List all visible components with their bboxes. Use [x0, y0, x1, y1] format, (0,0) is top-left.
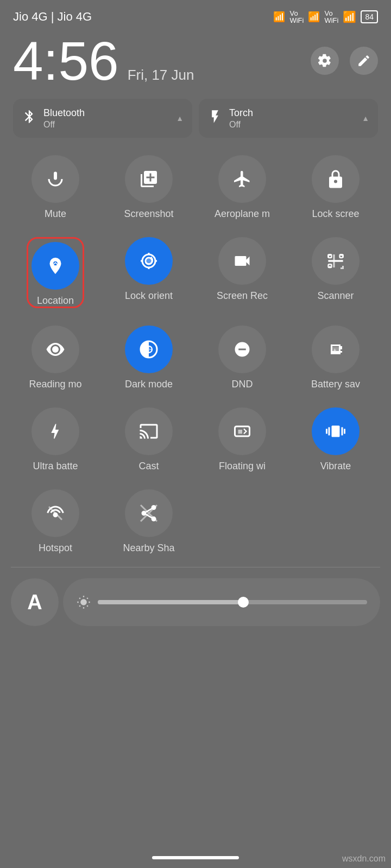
tiles-grid-row1: Mute Screenshot Aeroplane m Lock scree: [0, 146, 391, 228]
torch-icon: [207, 109, 223, 128]
battery-sav-label: Battery sav: [311, 379, 360, 390]
lockscreen-icon: [326, 169, 345, 189]
bluetooth-toggle[interactable]: Bluetooth Off ▲: [13, 99, 192, 138]
tile-nearby-sha[interactable]: Nearby Sha: [104, 481, 193, 563]
dark-mode-circle: [125, 326, 173, 373]
mute-circle: [31, 155, 79, 203]
edit-icon-btn[interactable]: [350, 47, 378, 75]
settings-icon-btn[interactable]: [311, 47, 339, 75]
lockscreen-label: Lock scree: [312, 208, 359, 220]
tile-scanner[interactable]: Scanner: [291, 228, 380, 317]
scanner-circle: [312, 237, 360, 285]
mute-icon: [46, 169, 65, 189]
status-bar: Jio 4G | Jio 4G 📶 VoWiFi 📶 VoWiFi 📶 84: [0, 0, 391, 28]
bluetooth-label: Bluetooth: [43, 107, 85, 119]
sun-icon: [76, 595, 91, 610]
cast-label: Cast: [138, 461, 159, 472]
battery-sav-circle: +: [312, 326, 360, 373]
aeroplane-label: Aeroplane m: [215, 208, 270, 220]
tile-cast[interactable]: Cast: [104, 399, 193, 481]
top-toggles-row: Bluetooth Off ▲ Torch Off ▲: [0, 99, 391, 146]
nearby-sha-label: Nearby Sha: [123, 542, 174, 554]
screen-rec-circle: [218, 237, 266, 285]
dnd-label: DND: [232, 379, 253, 390]
location-icon: [46, 256, 65, 276]
tile-hotspot[interactable]: Hotspot: [11, 481, 100, 563]
aeroplane-circle: [218, 155, 266, 203]
torch-toggle[interactable]: Torch Off ▲: [199, 99, 378, 138]
vibrate-label: Vibrate: [320, 461, 351, 472]
tile-battery-sav[interactable]: + Battery sav: [291, 317, 380, 399]
tile-lock-orient[interactable]: Lock orient: [104, 228, 193, 317]
screen-rec-icon: [232, 251, 252, 271]
tile-dark-mode[interactable]: Dark mode: [104, 317, 193, 399]
brightness-track[interactable]: [98, 600, 367, 604]
tile-dnd[interactable]: DND: [198, 317, 287, 399]
bluetooth-expand-arrow: ▲: [176, 114, 184, 123]
status-icons: 📶 VoWiFi 📶 VoWiFi 📶 84: [273, 10, 378, 24]
location-label: Location: [37, 295, 74, 307]
dark-mode-icon: [139, 340, 159, 359]
hotspot-icon: [46, 503, 65, 523]
tile-floating-wi[interactable]: Floating wi: [198, 399, 287, 481]
svg-point-5: [52, 346, 59, 353]
lock-orient-label: Lock orient: [125, 290, 173, 302]
location-highlight-border: Location: [27, 237, 84, 308]
lock-orient-icon: [139, 251, 159, 271]
screenshot-icon: [139, 169, 159, 189]
battery-indicator: 84: [361, 10, 378, 23]
bluetooth-icon: [22, 109, 37, 128]
brightness-thumb: [238, 597, 249, 608]
clock-action-icons: [311, 47, 378, 75]
signal-icon-1: 📶: [273, 11, 285, 23]
floating-wi-icon: [232, 422, 252, 441]
vowifi-label-2: VoWiFi: [324, 10, 338, 24]
tile-lockscreen[interactable]: Lock scree: [291, 146, 380, 228]
divider-1: [11, 567, 380, 567]
lock-orient-circle: [125, 237, 173, 285]
gear-icon: [318, 54, 332, 68]
tiles-grid-row5: Hotspot Nearby Sha: [0, 481, 391, 563]
tile-screen-rec[interactable]: Screen Rec: [198, 228, 287, 317]
ultra-batte-label: Ultra batte: [33, 461, 78, 472]
screenshot-label: Screenshot: [124, 208, 173, 220]
battery-sav-icon: +: [326, 340, 345, 359]
carrier-text: Jio 4G | Jio 4G: [13, 10, 92, 24]
reading-mode-icon: [46, 340, 65, 359]
hotspot-label: Hotspot: [39, 542, 72, 554]
hotspot-circle: [31, 489, 79, 537]
svg-point-0: [147, 259, 152, 264]
navigation-home-bar[interactable]: [152, 856, 239, 859]
lockscreen-circle: [312, 155, 360, 203]
tile-mute[interactable]: Mute: [11, 146, 100, 228]
mute-label: Mute: [45, 208, 66, 220]
tile-vibrate[interactable]: Vibrate: [291, 399, 380, 481]
vibrate-icon: [326, 422, 345, 441]
tile-ultra-batte[interactable]: Ultra batte: [11, 399, 100, 481]
scanner-label: Scanner: [317, 290, 354, 302]
location-circle: [31, 242, 79, 290]
svg-text:+: +: [333, 347, 337, 353]
brightness-slider[interactable]: [63, 578, 380, 626]
ultra-batte-circle: [31, 407, 79, 455]
cast-icon: [139, 422, 159, 441]
screen-rec-label: Screen Rec: [217, 290, 268, 302]
tile-aeroplane[interactable]: Aeroplane m: [198, 146, 287, 228]
brightness-section: A: [0, 572, 391, 633]
reading-mode-circle: [31, 326, 79, 373]
torch-status: Off: [229, 120, 253, 130]
dnd-circle: [218, 326, 266, 373]
wifi-icon: 📶: [343, 10, 356, 23]
reading-mode-label: Reading mo: [29, 379, 81, 390]
tile-location[interactable]: Location: [11, 228, 100, 317]
tile-screenshot[interactable]: Screenshot: [104, 146, 193, 228]
clock-left: 4:56 Fri, 17 Jun: [13, 34, 194, 88]
tile-reading-mode[interactable]: Reading mo: [11, 317, 100, 399]
tiles-grid-row3: Reading mo Dark mode DND +: [0, 317, 391, 399]
font-size-tile[interactable]: A: [11, 578, 59, 626]
scanner-icon: [326, 251, 345, 271]
nearby-sha-circle: [125, 489, 173, 537]
dnd-icon: [232, 340, 252, 359]
signal-icon-2: 📶: [308, 11, 320, 23]
torch-label: Torch: [229, 107, 253, 119]
